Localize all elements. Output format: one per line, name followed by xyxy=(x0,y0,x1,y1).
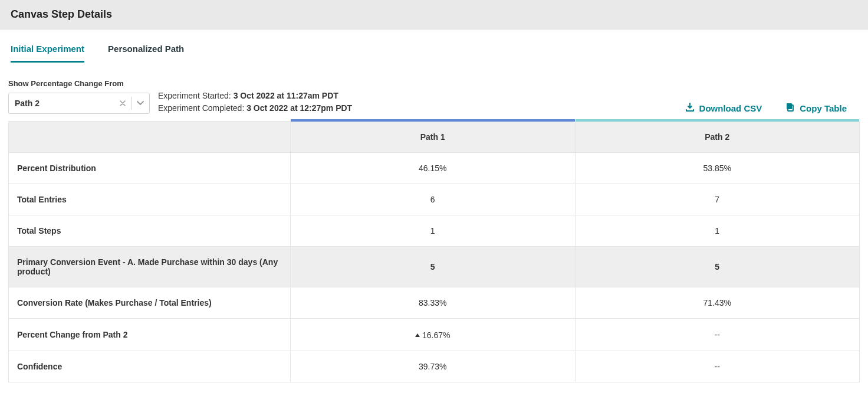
table-actions: Download CSV Copy Table xyxy=(685,103,860,114)
row-confidence: Confidence 39.73% -- xyxy=(9,351,860,382)
cell-path2: 1 xyxy=(575,215,860,247)
metric-label: Total Steps xyxy=(9,215,291,247)
metric-label: Confidence xyxy=(9,351,291,382)
pct-change-block: Show Percentage Change From Path 2 xyxy=(8,79,150,114)
cell-path2: 71.43% xyxy=(575,287,860,319)
cell-path1: 6 xyxy=(291,184,576,215)
copy-table-label: Copy Table xyxy=(800,103,847,113)
pct-change-select[interactable]: Path 2 xyxy=(8,93,150,114)
col-path2-header: Path 2 xyxy=(575,122,860,153)
controls-row: Show Percentage Change From Path 2 Exper… xyxy=(0,63,868,121)
cell-path2: 53.85% xyxy=(575,153,860,184)
row-percent-distribution: Percent Distribution 46.15% 53.85% xyxy=(9,153,860,184)
results-table-wrap: Path 1 Path 2 Percent Distribution 46.15… xyxy=(0,121,868,382)
cell-path2: -- xyxy=(575,351,860,382)
row-total-steps: Total Steps 1 1 xyxy=(9,215,860,247)
table-header-row: Path 1 Path 2 xyxy=(9,122,860,153)
cell-path1: 83.33% xyxy=(291,287,576,319)
cell-path2: -- xyxy=(575,319,860,351)
col-metric-header xyxy=(9,122,291,153)
cell-path1: 39.73% xyxy=(291,351,576,382)
cell-path2: 7 xyxy=(575,184,860,215)
pct-change-label: Show Percentage Change From xyxy=(8,79,150,88)
tab-initial-experiment[interactable]: Initial Experiment xyxy=(11,44,84,63)
results-table: Path 1 Path 2 Percent Distribution 46.15… xyxy=(8,121,860,382)
cell-path1: 1 xyxy=(291,215,576,247)
cell-path2: 5 xyxy=(575,247,860,287)
cell-path1: 46.15% xyxy=(291,153,576,184)
copy-icon xyxy=(785,103,795,114)
download-csv-label: Download CSV xyxy=(699,103,762,113)
row-primary-conversion: Primary Conversion Event - A. Made Purch… xyxy=(9,247,860,287)
experiment-completed-label: Experiment Completed: xyxy=(158,103,246,113)
experiment-completed-value: 3 Oct 2022 at 12:27pm PDT xyxy=(246,103,352,113)
cell-path1: 16.67% xyxy=(291,319,576,351)
metric-label: Total Entries xyxy=(9,184,291,215)
row-percent-change: Percent Change from Path 2 16.67% -- xyxy=(9,319,860,351)
experiment-started-value: 3 Oct 2022 at 11:27am PDT xyxy=(234,91,338,100)
chevron-down-icon[interactable] xyxy=(131,101,149,106)
col-path1-header: Path 1 xyxy=(291,122,576,153)
experiment-started-line: Experiment Started: 3 Oct 2022 at 11:27a… xyxy=(158,90,352,102)
experiment-started-label: Experiment Started: xyxy=(158,91,234,100)
percent-change-value: 16.67% xyxy=(422,331,450,340)
row-conversion-rate: Conversion Rate (Makes Purchase / Total … xyxy=(9,287,860,319)
copy-table-button[interactable]: Copy Table xyxy=(785,103,847,114)
triangle-up-icon xyxy=(415,333,420,337)
metric-label: Primary Conversion Event - A. Made Purch… xyxy=(9,247,291,287)
download-icon xyxy=(685,103,695,114)
experiment-meta: Experiment Started: 3 Oct 2022 at 11:27a… xyxy=(158,90,352,114)
tab-personalized-path[interactable]: Personalized Path xyxy=(108,44,184,63)
pct-change-value: Path 2 xyxy=(9,99,114,108)
download-csv-button[interactable]: Download CSV xyxy=(685,103,762,114)
clear-icon[interactable] xyxy=(114,100,131,106)
tabs: Initial Experiment Personalized Path xyxy=(0,30,868,63)
delta-up: 16.67% xyxy=(415,331,450,340)
metric-label: Percent Change from Path 2 xyxy=(9,319,291,351)
experiment-completed-line: Experiment Completed: 3 Oct 2022 at 12:2… xyxy=(158,102,352,114)
cell-path1: 5 xyxy=(291,247,576,287)
page-title: Canvas Step Details xyxy=(11,8,857,21)
metric-label: Conversion Rate (Makes Purchase / Total … xyxy=(9,287,291,319)
svg-rect-1 xyxy=(787,103,792,109)
page-header: Canvas Step Details xyxy=(0,0,868,30)
row-total-entries: Total Entries 6 7 xyxy=(9,184,860,215)
metric-label: Percent Distribution xyxy=(9,153,291,184)
